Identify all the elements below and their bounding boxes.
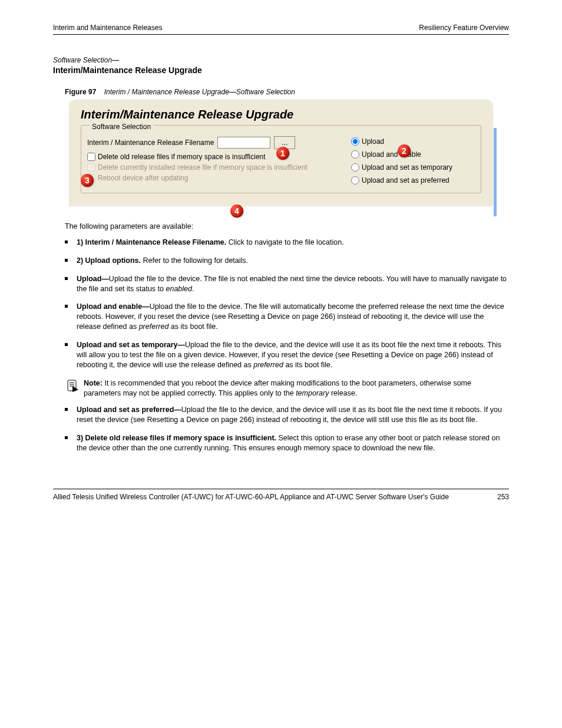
radio-upload-enable-label: Upload and enable <box>362 150 421 159</box>
b6-link: Resetting a Device on page 266 <box>147 416 252 424</box>
header-left: Interim and Maintenance Releases <box>53 24 162 32</box>
page-header: Interim and Maintenance Releases Resilie… <box>53 24 509 35</box>
b6-tail: ) instead of rebooting it, the device wi… <box>252 416 477 424</box>
note-block: Note: It is recommended that you reboot … <box>65 378 509 398</box>
checkbox-reboot-label: Reboot device after updating <box>98 174 188 182</box>
body-text: The following parameters are available: … <box>65 222 509 453</box>
filename-input[interactable] <box>217 137 270 149</box>
b3-lead: Upload— <box>77 275 109 283</box>
screenshot: Interim/Maintenance Release Upgrade Soft… <box>69 100 493 206</box>
radio-upload-temp-row: Upload and set as temporary <box>351 163 475 172</box>
bullet-list-2: Upload and set as preferred—Upload the f… <box>65 405 509 453</box>
scrollbar-fragment <box>494 128 497 216</box>
callout-badge-3: 3 <box>81 174 94 187</box>
group-legend: Software Selection <box>90 123 153 131</box>
b5-lead: Upload and set as temporary— <box>77 341 185 349</box>
bullet-delete-old: 3) Delete old release files if memory sp… <box>65 433 509 453</box>
b1-lead: 1) Interim / Maintenance Release Filenam… <box>77 238 226 246</box>
radio-upload-pref-label: Upload and set as preferred <box>362 176 449 185</box>
b3-tail: . <box>192 285 194 293</box>
checkbox-delete-current <box>87 163 95 172</box>
b5-tail-b: as its boot file. <box>283 361 332 369</box>
bullet-upload-temp: Upload and set as temporary—Upload the f… <box>65 340 509 370</box>
bullet-list: 1) Interim / Maintenance Release Filenam… <box>65 238 509 370</box>
upgrade-panel: Interim/Maintenance Release Upgrade Soft… <box>69 100 493 206</box>
radio-upload-pref-row: Upload and set as preferred <box>351 176 475 185</box>
filename-row: Interim / Maintenance Release Filename .… <box>87 136 345 149</box>
page-footer: Allied Telesis Unified Wireless Controll… <box>53 489 509 501</box>
note-text-wrap: Note: It is recommended that you reboot … <box>84 378 509 398</box>
b7-lead: 3) Delete old release files if memory sp… <box>77 434 276 442</box>
radio-upload-enable-row: Upload and enable <box>351 150 475 159</box>
note-text: It is recommended that you reboot the de… <box>84 379 471 397</box>
callout-badge-2: 2 <box>398 144 411 157</box>
b3-text: Upload the file to the device. The file … <box>77 275 507 293</box>
b1-text: Click to navigate to the file location. <box>226 238 343 246</box>
checkbox-reboot-row: Reboot device after updating <box>87 174 345 182</box>
radio-upload-pref[interactable] <box>351 176 359 185</box>
radio-upload[interactable] <box>351 137 359 146</box>
filename-label: Interim / Maintenance Release Filename <box>87 139 214 147</box>
checkbox-delete-current-label: Delete currently installed release file … <box>98 163 308 172</box>
bullet-2: 2) Upload options. Refer to the followin… <box>65 256 509 266</box>
callout-badge-4: 4 <box>230 205 243 218</box>
b4-lead: Upload and enable— <box>77 302 150 311</box>
b2-lead: 2) Upload options. <box>77 256 141 265</box>
section-heading: Software Selection— Interim/Maintenance … <box>53 56 509 75</box>
b3-em: enabled <box>166 285 192 293</box>
radio-upload-temp-label: Upload and set as temporary <box>362 163 452 172</box>
note-em: temporary <box>296 389 329 397</box>
b4-tail-b: as its boot file. <box>168 322 217 331</box>
bullet-upload: Upload—Upload the file to the device. Th… <box>65 274 509 294</box>
page: Interim and Maintenance Releases Resilie… <box>0 0 562 525</box>
figure-caption: Figure 97 Interim / Maintenance Release … <box>65 88 509 96</box>
b2-text: Refer to the following for details. <box>141 256 248 265</box>
bullet-upload-pref: Upload and set as preferred—Upload the f… <box>65 405 509 425</box>
callout-badge-1: 1 <box>276 147 289 160</box>
bullet-upload-enable: Upload and enable—Upload the file to the… <box>65 302 509 332</box>
b5-em: preferred <box>253 361 283 369</box>
b4-link: Resetting a Device on page 266 <box>228 312 333 321</box>
radio-upload-label: Upload <box>362 137 384 146</box>
bullet-1: 1) Interim / Maintenance Release Filenam… <box>65 238 509 248</box>
note-tail: release. <box>329 389 357 397</box>
figure-label: Figure 97 <box>65 88 96 96</box>
figure-caption-text: Interim / Maintenance Release Upgrade—So… <box>104 88 295 96</box>
checkbox-delete-old-label: Delete old release files if memory space… <box>98 153 266 161</box>
intro-line: The following parameters are available: <box>65 222 509 232</box>
radio-upload-row: Upload <box>351 137 475 146</box>
footer-right: 253 <box>497 493 509 501</box>
group-right: Upload Upload and enable Upload and set … <box>351 137 475 185</box>
note-icon <box>65 378 80 394</box>
b6-lead: Upload and set as preferred— <box>77 406 181 414</box>
group-body: Interim / Maintenance Release Filename .… <box>87 136 475 185</box>
b4-em: preferred <box>139 322 169 331</box>
section-kicker: Software Selection— <box>53 56 509 64</box>
checkbox-delete-current-row: Delete currently installed release file … <box>87 163 345 172</box>
group-left: Interim / Maintenance Release Filename .… <box>87 136 345 185</box>
checkbox-delete-old-row: Delete old release files if memory space… <box>87 153 345 161</box>
panel-title: Interim/Maintenance Release Upgrade <box>81 108 485 121</box>
header-right: Resiliency Feature Overview <box>419 24 509 32</box>
radio-upload-temp[interactable] <box>351 163 359 172</box>
radio-upload-enable[interactable] <box>351 150 359 159</box>
footer-left: Allied Telesis Unified Wireless Controll… <box>53 493 449 501</box>
b5-link: Resetting a Device on page 266 <box>352 351 457 359</box>
note-keyword: Note: <box>84 379 103 387</box>
section-title: Interim/Maintenance Release Upgrade <box>53 65 509 75</box>
checkbox-delete-old[interactable] <box>87 153 95 161</box>
